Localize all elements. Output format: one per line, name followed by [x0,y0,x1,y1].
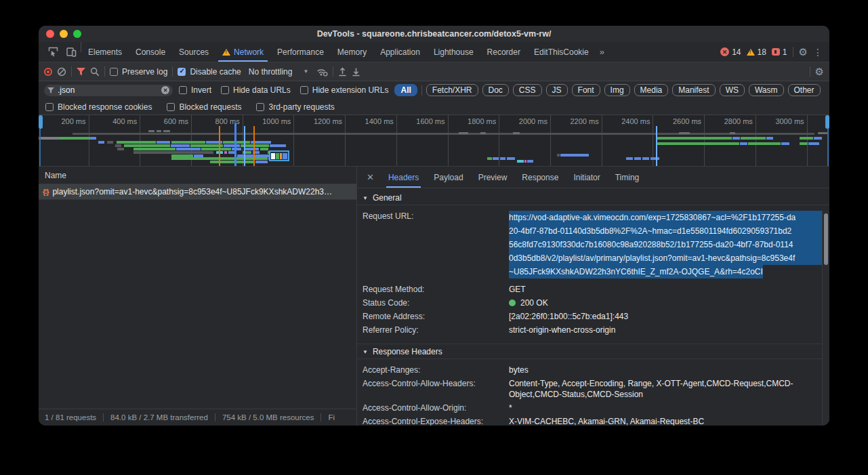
filter-pill-all[interactable]: All [394,84,417,96]
name-column-header[interactable]: Name [39,167,356,184]
network-conditions-icon[interactable] [316,67,328,77]
console-errors-badge[interactable]: ✕ 14 [720,47,741,57]
tab-label: Console [136,47,165,57]
section-header-response-headers[interactable]: ▼Response Headers [357,345,829,359]
header-value: https://vod-adaptive-ak.vimeocdn.com/exp… [509,211,823,281]
header-row-access-control-allow-origin-: Access-Control-Allow-Origin:* [357,401,829,415]
scrollbar-track[interactable] [822,211,829,426]
checkbox-icon [256,103,264,111]
inspect-element-icon[interactable] [44,42,62,62]
filter-toggle-icon[interactable] [77,68,85,76]
more-tabs-button[interactable]: » [596,42,608,62]
filter-pill-ws[interactable]: WS [720,84,745,96]
overview-left-handle[interactable] [39,115,43,129]
waterfall-bar [800,142,808,145]
waterfall-segment [271,153,275,159]
filter-pill-other[interactable]: Other [788,84,821,96]
filter-pill-img[interactable]: Img [604,84,630,96]
blocked-response-cookies-checkbox[interactable]: Blocked response cookies [45,102,152,112]
request-row[interactable]: {∶}playlist.json?omit=av1-hevc&pathsig=8… [39,184,356,200]
tab-sources[interactable]: Sources [172,42,215,62]
header-value: X-VIM-CACHEBC, Akamai-GRN, Akamai-Reques… [509,416,823,426]
waterfall-bar [107,141,113,144]
export-har-icon[interactable] [352,67,360,77]
time-tick-label: 2000 ms [499,117,547,125]
filter-input[interactable]: .json ✕ [44,85,173,96]
search-icon[interactable] [90,67,100,77]
tab-performance[interactable]: Performance [270,42,331,62]
tab-editthiscookie[interactable]: EditThisCookie [527,42,596,62]
details-tab-payload[interactable]: Payload [428,167,469,188]
tab-lighthouse[interactable]: Lighthouse [427,42,480,62]
filter-pill-fetch-xhr[interactable]: Fetch/XHR [426,84,478,96]
network-settings-gear-icon[interactable]: ⚙ [815,66,824,78]
filter-pill-js[interactable]: JS [546,84,568,96]
throttling-dropdown[interactable]: No throttling ▼ [246,67,312,77]
tab-network[interactable]: Network [215,42,270,62]
waterfall-bar [171,144,190,147]
tab-memory[interactable]: Memory [331,42,373,62]
filter-pill-css[interactable]: CSS [513,84,542,96]
waterfall-bar [493,157,499,160]
hide-extension-urls-checkbox[interactable]: Hide extension URLs [300,85,389,95]
section-header-general[interactable]: ▼General [357,191,829,205]
preserve-log-checkbox[interactable]: Preserve log [110,67,167,77]
settings-gear-icon[interactable]: ⚙ [799,46,808,58]
blocked-requests-checkbox[interactable]: Blocked requests [167,102,241,112]
details-tab-initiator[interactable]: Initiator [567,167,606,188]
time-tick-label: 2800 ms [704,117,753,125]
waterfall-segment [280,153,282,159]
details-tab-response[interactable]: Response [516,167,564,188]
scrollbar-thumb[interactable] [824,213,828,265]
issues-badge[interactable]: 1 [772,47,787,57]
time-tick-label: 1000 ms [242,117,291,125]
waterfall-bar [500,157,505,160]
selected-request-box[interactable] [269,150,289,161]
waterfall-bar [133,148,175,150]
header-row-status-code-: Status Code:200 OK [357,296,829,310]
details-tab-headers[interactable]: Headers [382,167,425,188]
header-value: Content-Type, Accept-Encoding, Range, X-… [509,378,823,400]
console-warnings-badge[interactable]: 18 [747,47,766,57]
tab-elements[interactable]: Elements [81,42,129,62]
details-tab-timing[interactable]: Timing [609,167,646,188]
waterfall-bar [117,148,124,150]
filter-pill-media[interactable]: Media [634,84,669,96]
filter-pill-manifest[interactable]: Manifest [672,84,715,96]
close-details-icon[interactable]: ✕ [361,172,379,182]
waterfall-bar [73,133,814,135]
waterfall-bar [527,160,533,163]
tab-recorder[interactable]: Recorder [480,42,527,62]
header-row-remote-address-: Remote Address:[2a02:26f0:1b00::5c7b:eda… [357,310,829,323]
filter-pill-font[interactable]: Font [572,84,600,96]
time-tick-label: 400 ms [88,117,137,125]
network-overview-waterfall[interactable]: 200 ms400 ms600 ms800 ms1000 ms1200 ms14… [39,115,829,167]
disable-cache-checkbox[interactable]: Disable cache [178,67,241,77]
waterfall-bar [557,154,560,157]
header-label: Access-Control-Allow-Origin: [363,402,509,413]
waterfall-bar [157,130,161,132]
time-tick-label: 800 ms [191,117,240,125]
window-title: DevTools - squareone.chrisbeatcancer.com… [39,29,829,39]
device-toolbar-icon[interactable] [62,42,81,62]
waterfall-bar [232,148,241,150]
import-har-icon[interactable] [338,67,347,77]
invert-checkbox[interactable]: Invert [179,85,211,95]
tab-application[interactable]: Application [373,42,427,62]
waterfall-bar [524,160,526,163]
clear-network-log-button[interactable] [57,67,66,77]
details-tab-preview[interactable]: Preview [472,167,514,188]
filter-pill-doc[interactable]: Doc [482,84,509,96]
header-label: Request Method: [363,284,509,295]
kebab-menu-icon[interactable]: ⋮ [813,47,823,58]
filter-pill-wasm[interactable]: Wasm [749,84,784,96]
clear-filter-icon[interactable]: ✕ [161,86,169,94]
3rd-party-requests-checkbox[interactable]: 3rd-party requests [256,102,334,112]
divider [333,66,333,77]
record-network-log-button[interactable] [44,68,52,76]
tab-console[interactable]: Console [129,42,172,62]
waterfall-bar [201,148,231,150]
hide-data-urls-checkbox[interactable]: Hide data URLs [221,85,291,95]
overview-right-handle[interactable] [825,115,829,129]
waterfall-bar [732,137,740,140]
